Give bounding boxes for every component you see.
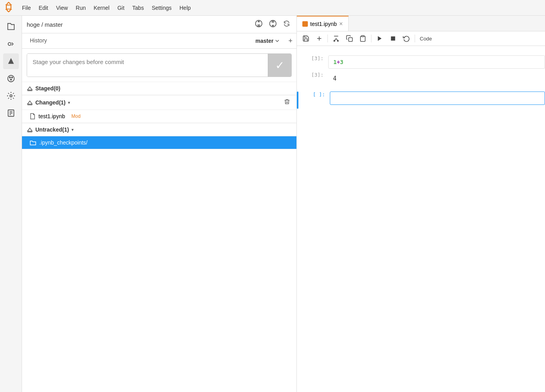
changed-file-item[interactable]: test1.ipynb Mod <box>22 110 296 123</box>
cell-1-output: [3]: 4 <box>297 70 545 87</box>
app-logo <box>3 2 14 14</box>
push-icon[interactable] <box>267 19 278 30</box>
svg-point-2 <box>7 75 14 82</box>
notebook-tabbar: test1.ipynb × <box>297 16 545 31</box>
run-button[interactable] <box>374 33 386 44</box>
add-cell-button[interactable] <box>313 33 325 44</box>
notebook-tab[interactable]: test1.ipynb × <box>297 16 349 31</box>
menu-kernel[interactable]: Kernel <box>90 3 113 13</box>
staged-section-header: Staged(0) <box>22 82 296 95</box>
untracked-section-title: Untracked(1) <box>35 126 69 133</box>
svg-point-0 <box>8 42 11 45</box>
sidebar-item-settings[interactable] <box>3 88 19 104</box>
notebook-tab-icon <box>302 21 308 27</box>
cell-1-code[interactable]: 1+3 <box>328 55 545 69</box>
toolbar-sep-2 <box>371 35 371 42</box>
menu-edit[interactable]: Edit <box>35 3 52 13</box>
folder-icon <box>30 139 36 146</box>
menubar: File Edit View Run Kernel Git Tabs Setti… <box>0 0 545 16</box>
notebook-content: [3]: 1+3 [3]: 4 [ ]: <box>297 46 545 392</box>
menu-git[interactable]: Git <box>113 3 128 13</box>
checkmark-icon: ✓ <box>275 59 284 72</box>
paste-button[interactable] <box>357 33 369 44</box>
git-panel: hoge / master History <box>22 16 297 392</box>
toolbar-sep-1 <box>327 35 328 42</box>
notebook-tab-close[interactable]: × <box>339 21 343 27</box>
cell-1-output-prompt: [3]: <box>297 72 328 78</box>
cell-2-prompt: [ ]: <box>298 92 330 97</box>
tab-history[interactable]: History <box>22 33 55 48</box>
cell-1-prompt: [3]: <box>297 55 328 61</box>
file-icon <box>30 113 35 119</box>
svg-rect-26 <box>391 37 395 41</box>
sidebar-item-palette[interactable] <box>3 71 19 86</box>
changed-chevron-icon[interactable]: ▾ <box>68 100 70 105</box>
untracked-file-item[interactable]: .ipynb_checkpoints/ <box>22 136 296 149</box>
menu-help[interactable]: Help <box>176 3 195 13</box>
svg-point-3 <box>9 77 10 78</box>
cell-2-input: [ ]: <box>298 90 545 109</box>
copy-button[interactable] <box>344 33 355 44</box>
svg-line-21 <box>336 38 338 41</box>
svg-marker-25 <box>378 36 381 41</box>
refresh-icon[interactable] <box>282 19 292 29</box>
sidebar-item-files[interactable] <box>3 19 19 35</box>
branch-name: master <box>256 38 274 44</box>
toolbar-sep-3 <box>415 35 415 42</box>
sidebar-item-git[interactable] <box>3 53 19 69</box>
add-branch-button[interactable]: + <box>284 35 296 48</box>
svg-point-6 <box>10 95 12 97</box>
svg-rect-24 <box>362 36 364 37</box>
staged-section-title: Staged(0) <box>35 85 60 92</box>
untracked-icon <box>27 126 33 133</box>
untracked-file-name: .ipynb_checkpoints/ <box>39 139 88 146</box>
cell-2-code[interactable] <box>330 92 545 105</box>
svg-line-20 <box>335 38 337 41</box>
icon-sidebar <box>0 16 22 392</box>
svg-point-5 <box>10 79 11 80</box>
cell-1-input: [3]: 1+3 <box>297 54 545 70</box>
git-panel-header: hoge / master <box>22 16 296 33</box>
main-area: hoge / master History <box>0 16 545 392</box>
svg-point-4 <box>11 77 13 78</box>
menu-run[interactable]: Run <box>72 3 90 13</box>
commit-area: ✓ <box>27 53 292 77</box>
untracked-chevron-icon[interactable]: ▾ <box>71 127 74 132</box>
untracked-section-header: Untracked(1) ▾ <box>22 123 296 136</box>
changed-icon <box>27 99 33 106</box>
branch-selector[interactable]: master <box>251 35 285 46</box>
notebook-toolbar: Code <box>297 31 545 46</box>
commit-message-input[interactable] <box>27 54 268 77</box>
notebook-panel: test1.ipynb × <box>297 16 545 392</box>
save-button[interactable] <box>300 33 312 44</box>
menu-tabs[interactable]: Tabs <box>128 3 148 13</box>
notebook-tab-label: test1.ipynb <box>310 21 337 27</box>
sidebar-item-running[interactable] <box>3 36 19 52</box>
stop-button[interactable] <box>387 33 399 44</box>
cut-button[interactable] <box>330 33 342 44</box>
changed-file-badge: Mod <box>71 114 80 119</box>
discard-all-icon[interactable] <box>282 99 292 106</box>
changed-section-title: Changed(1) <box>35 99 66 106</box>
cell-type-selector[interactable]: Code <box>417 36 434 42</box>
cell-1-output-value: 4 <box>328 72 545 85</box>
restart-button[interactable] <box>401 33 412 44</box>
git-tabs: History master + <box>22 33 296 49</box>
staged-icon <box>27 85 33 92</box>
commit-button[interactable]: ✓ <box>268 54 291 77</box>
changed-section-header: Changed(1) ▾ <box>22 95 296 110</box>
changed-file-name: test1.ipynb <box>38 113 65 119</box>
svg-rect-23 <box>349 38 353 42</box>
menu-view[interactable]: View <box>52 3 72 13</box>
menu-settings[interactable]: Settings <box>148 3 176 13</box>
git-panel-title: hoge / master <box>27 21 250 28</box>
pull-icon[interactable] <box>253 19 264 30</box>
code-number-3: 3 <box>340 59 343 65</box>
sidebar-item-pages[interactable] <box>3 105 19 121</box>
cell-2-row: [ ]: <box>297 90 545 109</box>
menu-file[interactable]: File <box>18 3 35 13</box>
code-op: + <box>337 59 340 65</box>
svg-marker-1 <box>8 58 14 64</box>
